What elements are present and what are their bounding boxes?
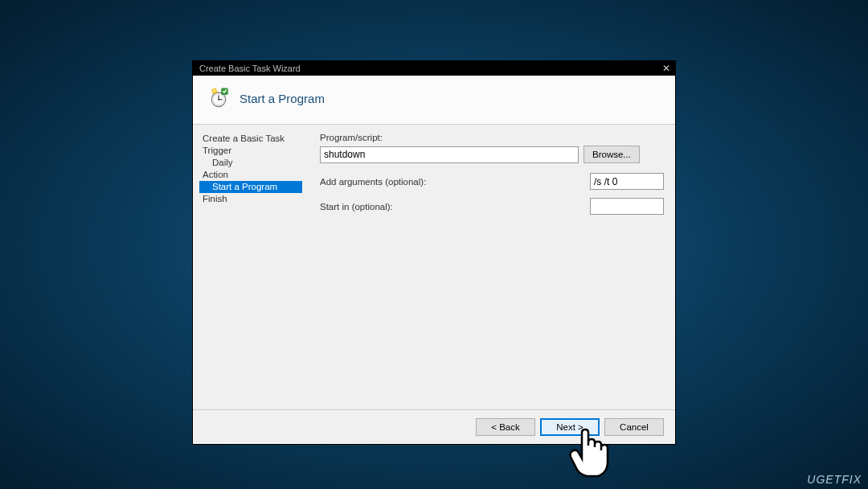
arguments-row: Add arguments (optional):	[320, 173, 664, 190]
startin-label: Start in (optional):	[320, 202, 590, 212]
watermark: UGETFIX	[807, 473, 862, 486]
wizard-body: Create a Basic TaskTriggerDailyActionSta…	[193, 125, 675, 409]
program-script-label: Program/script:	[320, 133, 664, 142]
wizard-header: Start a Program	[193, 76, 675, 125]
back-button[interactable]: < Back	[476, 418, 535, 436]
startin-row: Start in (optional):	[320, 198, 664, 215]
program-script-input[interactable]	[320, 146, 579, 163]
sidebar-step[interactable]: Daily	[199, 157, 304, 169]
page-title: Start a Program	[240, 92, 325, 105]
window-title: Create Basic Task Wizard	[199, 64, 301, 73]
sidebar-step[interactable]: Action	[199, 169, 304, 181]
sidebar-step[interactable]: Trigger	[199, 145, 304, 157]
arguments-input[interactable]	[590, 173, 664, 190]
browse-button[interactable]: Browse...	[583, 146, 640, 163]
steps-sidebar: Create a Basic TaskTriggerDailyActionSta…	[193, 125, 304, 409]
next-button[interactable]: Next >	[540, 418, 600, 436]
titlebar: Create Basic Task Wizard ✕	[193, 61, 675, 76]
wizard-footer: < Back Next > Cancel	[193, 409, 675, 444]
wizard-window: Create Basic Task Wizard ✕ Start a Progr…	[192, 60, 676, 445]
cancel-button[interactable]: Cancel	[604, 418, 664, 436]
content-panel: Program/script: Browse... Add arguments …	[304, 125, 675, 409]
svg-point-4	[218, 99, 219, 101]
sidebar-step[interactable]: Start a Program	[199, 181, 302, 193]
arguments-label: Add arguments (optional):	[320, 177, 590, 187]
startin-input[interactable]	[590, 198, 664, 215]
close-icon[interactable]: ✕	[662, 63, 670, 74]
program-row: Browse...	[320, 146, 664, 163]
sidebar-step[interactable]: Finish	[199, 193, 304, 205]
clock-task-icon	[207, 87, 230, 109]
sidebar-step[interactable]: Create a Basic Task	[199, 133, 304, 145]
